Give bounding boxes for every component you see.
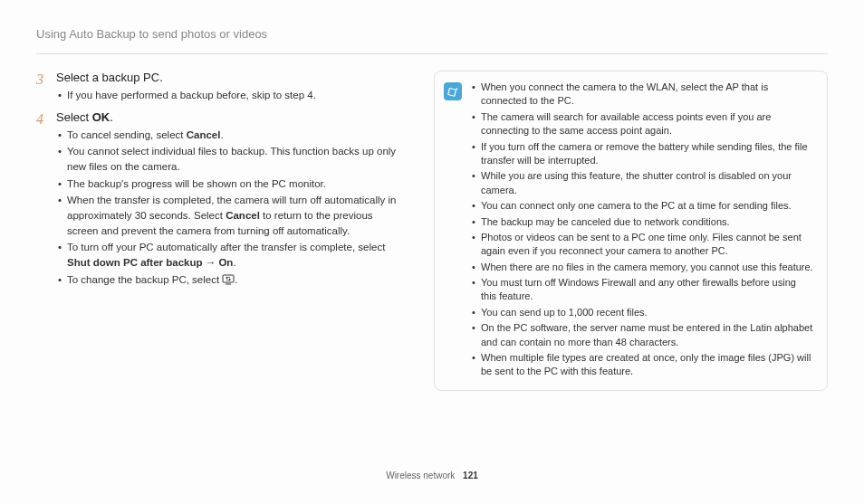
note-box: When you connect the camera to the WLAN,… [434,71,828,391]
page-header: Using Auto Backup to send photos or vide… [0,0,864,48]
t: On [218,257,233,268]
svg-rect-0 [223,275,234,282]
note-item: Photos or videos can be sent to a PC one… [471,231,814,259]
step-3: 3 Select a backup PC. If you have perfor… [36,71,407,105]
note-item: On the PC software, the server name must… [471,321,814,349]
left-column: 3 Select a backup PC. If you have perfor… [36,71,407,391]
step-number: 3 [36,71,56,105]
t: To cancel sending, select [67,129,187,140]
t: To turn off your PC automatically after … [67,242,385,252]
note-list: When you connect the camera to the WLAN,… [471,81,814,381]
t: . [220,129,223,140]
t: Shut down PC after backup [67,257,203,268]
note-item: The backup may be canceled due to networ… [471,215,814,229]
step-title: Select a backup PC. [56,71,407,84]
t: . [233,257,235,268]
note-icon [444,82,462,100]
pc-change-icon [222,274,235,290]
step-title-bold: OK [92,110,110,124]
bullet: The backup's progress will be shown on t… [56,176,407,192]
bullet: To change the backup PC, select . [56,272,407,290]
bullet: To turn off your PC automatically after … [56,240,407,270]
bullet: To cancel sending, select Cancel. [56,128,407,143]
note-item: If you turn off the camera or remove the… [471,140,814,168]
note-item: The camera will search for available acc… [471,110,814,138]
bullet: You cannot select individual files to ba… [56,144,407,174]
header-title: Using Auto Backup to send photos or vide… [36,27,267,41]
content-columns: 3 Select a backup PC. If you have perfor… [0,54,864,391]
step-title-post: . [110,110,113,124]
step-title: Select OK. [56,110,407,124]
step-body: Select a backup PC. If you have performe… [56,71,407,105]
bullet: If you have performed a backup before, s… [56,88,407,103]
t: Cancel [187,129,221,140]
arrow: → [203,257,219,268]
step-body: Select OK. To cancel sending, select Can… [56,110,407,291]
t: To change the backup PC, select [67,274,222,285]
step-bullets: To cancel sending, select Cancel. You ca… [56,128,407,290]
step-number: 4 [36,110,56,291]
note-item: You can connect only one camera to the P… [471,199,814,213]
note-item: You must turn off Windows Firewall and a… [471,276,814,304]
note-item: While you are using this feature, the sh… [471,169,814,197]
note-item: When multiple file types are created at … [471,351,814,379]
bullet: When the transfer is completed, the came… [56,193,407,238]
page-footer: Wireless network 121 [0,471,864,480]
note-item: You can send up to 1,000 recent files. [471,306,814,319]
step-bullets: If you have performed a backup before, s… [56,88,407,103]
note-item: When you connect the camera to the WLAN,… [471,81,814,109]
t: . [235,274,237,285]
page-number: 121 [463,471,478,480]
t: Cancel [226,210,260,221]
note-item: When there are no files in the camera me… [471,261,814,274]
footer-section: Wireless network [386,471,455,480]
step-4: 4 Select OK. To cancel sending, select C… [36,110,407,291]
step-title-pre: Select [56,110,92,124]
